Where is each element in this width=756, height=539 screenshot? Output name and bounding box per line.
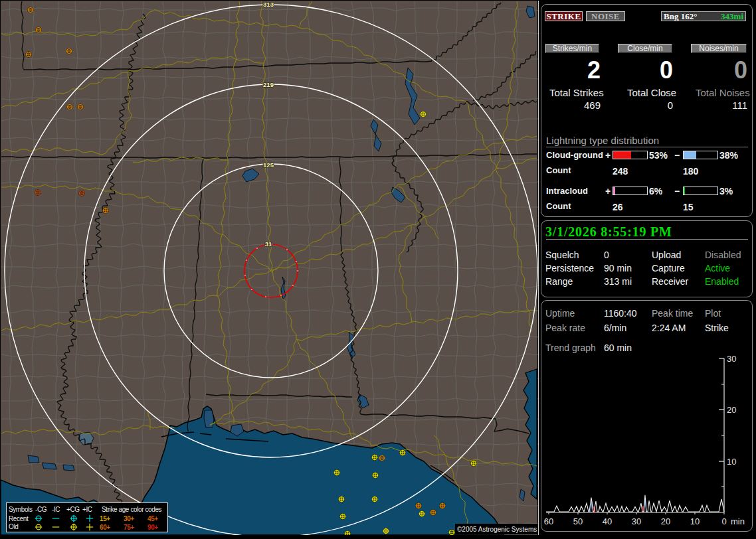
svg-text:31: 31 [265,240,272,248]
svg-text:Recent: Recent [9,515,29,522]
svg-text:0: 0 [721,516,726,526]
svg-text:15+: 15+ [100,515,110,522]
svg-text:125: 125 [263,161,274,169]
svg-text:©2005 Astrogenic Systems: ©2005 Astrogenic Systems [457,526,537,533]
svg-text:90+: 90+ [147,524,158,531]
svg-text:+IC: +IC [82,506,92,513]
svg-text:30: 30 [632,516,641,526]
svg-text:Old: Old [9,523,18,530]
svg-text:min: min [731,516,745,526]
svg-text:30+: 30+ [124,515,134,522]
svg-text:45+: 45+ [147,515,158,522]
svg-text:20: 20 [661,516,670,526]
svg-text:40: 40 [603,516,612,526]
svg-text:Strike age color codes: Strike age color codes [102,506,162,513]
svg-text:20: 20 [727,405,736,415]
svg-text:60+: 60+ [100,524,110,531]
svg-text:30: 30 [727,355,736,364]
svg-text:10: 10 [690,516,700,526]
svg-text:75+: 75+ [124,524,134,531]
svg-text:50: 50 [573,516,583,526]
svg-text:+CG: +CG [66,506,80,513]
svg-text:-CG: -CG [35,506,47,513]
svg-text:Symbols: Symbols [9,506,33,513]
svg-text:219: 219 [263,81,274,88]
svg-text:-IC: -IC [52,506,60,513]
svg-text:10: 10 [727,457,736,467]
svg-text:313: 313 [263,1,274,8]
svg-text:60: 60 [544,516,553,526]
